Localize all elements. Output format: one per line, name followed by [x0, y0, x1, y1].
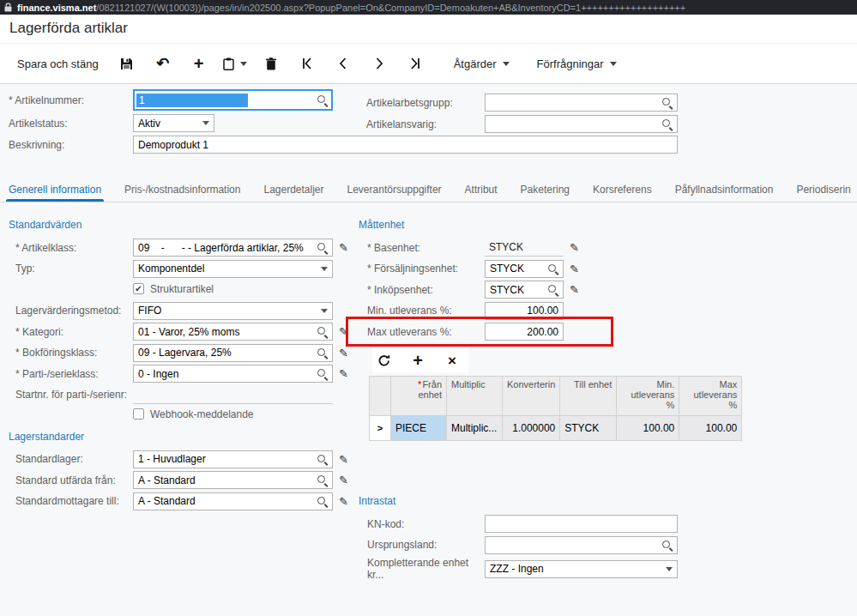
- warehouse-defaults-section-header: Lagerstandarder: [9, 431, 352, 443]
- edit-pencil-icon[interactable]: [570, 242, 579, 253]
- next-record-button[interactable]: [361, 50, 397, 77]
- search-icon[interactable]: [317, 94, 328, 106]
- first-record-button[interactable]: [289, 50, 325, 77]
- sales-unit-input[interactable]: STYCK: [485, 260, 564, 278]
- tab-pafyllnadsinformation[interactable]: Påfyllnadsinformation: [675, 176, 774, 202]
- col-header-max-pct[interactable]: Max utleverans %: [679, 377, 742, 416]
- item-class-input[interactable]: 09 - - - Lagerförda artiklar, 25%: [133, 239, 333, 257]
- undo-button[interactable]: ↶: [145, 50, 181, 77]
- search-icon[interactable]: [661, 118, 673, 130]
- search-icon[interactable]: [317, 326, 328, 337]
- search-icon[interactable]: [317, 496, 328, 507]
- edit-pencil-icon[interactable]: [339, 368, 348, 379]
- search-icon[interactable]: [317, 368, 328, 379]
- cell-multiply[interactable]: Multiplic...: [447, 416, 503, 441]
- edit-pencil-icon[interactable]: [339, 496, 348, 507]
- tab-pris-kostnadsinformation[interactable]: Pris-/kostnadsinformation: [124, 176, 240, 202]
- tab-paketering[interactable]: Paketering: [521, 176, 570, 202]
- tab-generell-information[interactable]: Generell information: [9, 176, 101, 202]
- item-class-label: * Artikelklass:: [9, 242, 133, 254]
- item-number-input[interactable]: 1: [133, 89, 333, 111]
- copy-paste-button[interactable]: [217, 50, 253, 77]
- cell-min-pct[interactable]: 100.00: [617, 416, 679, 441]
- row-selector-cell[interactable]: >: [370, 416, 391, 441]
- col-header-multiply[interactable]: Multiplic: [447, 377, 503, 416]
- col-header-from-unit[interactable]: *Från enhet: [391, 377, 447, 416]
- supplementary-unit-label: Kompletterande enhet kr...: [352, 557, 485, 581]
- lot-serial-class-input[interactable]: 0 - Ingen: [133, 365, 333, 383]
- edit-pencil-icon[interactable]: [339, 242, 348, 253]
- tab-attribut[interactable]: Attribut: [465, 176, 498, 202]
- webhook-checkbox[interactable]: [133, 408, 144, 420]
- posting-class-label: * Bokföringsklass:: [9, 347, 133, 359]
- webhook-checkbox-label: Webhook-meddelande: [150, 408, 254, 420]
- type-dropdown[interactable]: Komponentdel: [133, 260, 333, 278]
- min-shipment-pct-input[interactable]: 100.00: [485, 302, 564, 320]
- delete-button[interactable]: [253, 50, 289, 77]
- last-record-button[interactable]: [397, 50, 433, 77]
- col-header-min-pct[interactable]: Min. utleverans %: [617, 377, 679, 416]
- undo-icon: ↶: [156, 56, 169, 71]
- default-warehouse-input[interactable]: 1 - Huvudlager: [133, 450, 333, 468]
- tab-korsreferens[interactable]: Korsreferens: [593, 176, 652, 202]
- workgroup-input[interactable]: [485, 94, 678, 112]
- url-path: /0821121027/(W(10003))/pages/in/in202500…: [96, 3, 685, 13]
- tab-leverantorsuppgifter[interactable]: Leverantörsuppgifter: [347, 176, 442, 202]
- tab-periodisering[interactable]: Periodiserin: [796, 176, 850, 202]
- table-row[interactable]: > PIECE Multiplic... 1.000000 STYCK 100.…: [370, 416, 742, 441]
- search-icon[interactable]: [661, 540, 673, 551]
- lot-start-input[interactable]: [133, 386, 333, 404]
- cell-conversion[interactable]: 1.000000: [503, 416, 560, 441]
- save-and-close-button[interactable]: Spara och stäng: [7, 50, 109, 77]
- kit-checkbox[interactable]: [133, 283, 144, 294]
- search-icon[interactable]: [317, 242, 328, 253]
- cell-to-unit[interactable]: STYCK: [560, 416, 617, 441]
- valuation-dropdown[interactable]: FIFO: [133, 302, 333, 320]
- category-input[interactable]: 01 - Varor, 25% moms: [133, 323, 333, 341]
- refresh-button[interactable]: [376, 354, 391, 367]
- purchase-unit-input[interactable]: STYCK: [485, 281, 564, 299]
- description-value: Demoprodukt 1: [138, 139, 673, 151]
- max-shipment-pct-input[interactable]: 200.00: [485, 323, 564, 341]
- search-icon[interactable]: [317, 347, 328, 359]
- add-record-button[interactable]: +: [181, 50, 217, 77]
- default-receipt-to-label: Standardmottagare till:: [9, 495, 133, 507]
- search-icon[interactable]: [661, 97, 673, 108]
- cell-from-unit[interactable]: PIECE: [391, 416, 447, 441]
- edit-pencil-icon[interactable]: [570, 284, 579, 295]
- posting-class-input[interactable]: 09 - Lagervara, 25%: [133, 344, 333, 362]
- col-header-conversion[interactable]: Konverterin: [503, 377, 560, 416]
- chevron-down-icon: [666, 567, 673, 571]
- edit-pencil-icon[interactable]: [339, 454, 348, 465]
- col-header-to-unit[interactable]: Till enhet: [560, 377, 617, 416]
- delete-row-button[interactable]: ×: [444, 353, 460, 368]
- edit-pencil-icon[interactable]: [339, 474, 348, 486]
- item-status-dropdown[interactable]: Aktiv: [133, 114, 214, 132]
- owner-input[interactable]: [485, 115, 678, 133]
- search-icon[interactable]: [317, 474, 328, 486]
- search-icon[interactable]: [547, 263, 558, 275]
- default-issue-from-input[interactable]: A - Standard: [133, 471, 333, 489]
- actions-menu-button[interactable]: Åtgärder: [444, 50, 520, 77]
- browser-address-bar[interactable]: finance.visma.net/0821121027/(W(10003))/…: [0, 0, 857, 15]
- description-input[interactable]: Demoprodukt 1: [133, 136, 678, 154]
- supplementary-unit-dropdown[interactable]: ZZZ - Ingen: [485, 560, 678, 578]
- search-icon[interactable]: [317, 454, 328, 465]
- save-button[interactable]: [109, 50, 145, 77]
- origin-country-input[interactable]: [485, 536, 678, 554]
- url-domain: finance.visma.net: [17, 3, 96, 13]
- search-icon[interactable]: [547, 284, 558, 295]
- edit-pencil-icon[interactable]: [339, 326, 348, 337]
- tab-lagerdetaljer[interactable]: Lagerdetaljer: [263, 176, 323, 202]
- cell-max-pct[interactable]: 100.00: [679, 416, 742, 441]
- edit-pencil-icon[interactable]: [570, 263, 579, 275]
- add-row-button[interactable]: +: [410, 352, 425, 369]
- edit-pencil-icon[interactable]: [339, 347, 348, 359]
- previous-record-button[interactable]: [325, 50, 361, 77]
- inquiries-menu-button[interactable]: Förfrågningar: [527, 50, 627, 77]
- default-receipt-to-value: A - Standard: [138, 495, 317, 507]
- kn-code-input[interactable]: [485, 515, 678, 533]
- base-unit-field[interactable]: STYCK: [485, 239, 564, 257]
- owner-label: Artikelansvarig:: [360, 118, 485, 130]
- default-receipt-to-input[interactable]: A - Standard: [133, 492, 333, 510]
